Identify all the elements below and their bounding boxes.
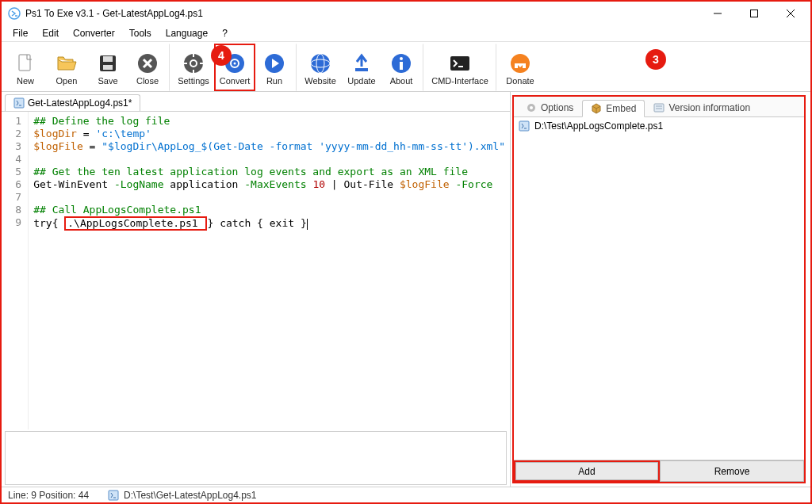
status-file-label: D:\Test\Get-LatestAppLog4.ps1 xyxy=(124,490,256,501)
donate-button[interactable]: Donate xyxy=(500,44,541,91)
svg-rect-1 xyxy=(751,10,758,17)
close-file-icon xyxy=(136,52,159,74)
tab-options[interactable]: Options xyxy=(517,99,582,116)
menu-file[interactable]: File xyxy=(6,26,34,40)
svg-rect-2 xyxy=(19,55,30,71)
menu-converter[interactable]: Converter xyxy=(67,26,121,40)
tab-embed[interactable]: Embed xyxy=(582,100,645,117)
tab-version-info[interactable]: Version information xyxy=(645,99,759,116)
open-label: Open xyxy=(56,76,78,86)
svg-rect-33 xyxy=(109,491,118,500)
menu-tools[interactable]: Tools xyxy=(123,26,158,40)
box-icon xyxy=(591,103,602,114)
toolbar: 4 New Open Save Close Settings Convert R… xyxy=(2,41,810,92)
script-file-icon xyxy=(519,120,530,132)
website-icon xyxy=(309,52,331,74)
menu-help[interactable]: ? xyxy=(216,26,234,40)
donate-label: Donate xyxy=(506,76,534,86)
svg-rect-29 xyxy=(654,104,664,112)
cmd-interface-button[interactable]: CMD-Interface xyxy=(427,44,496,91)
status-bar: Line: 9 Position: 44 D:\Test\Get-LatestA… xyxy=(2,487,810,502)
status-file: D:\Test\Get-LatestAppLog4.ps1 xyxy=(108,490,256,501)
new-button[interactable]: New xyxy=(5,44,46,91)
svg-rect-4 xyxy=(103,56,113,62)
cmd-label: CMD-Interface xyxy=(431,76,488,86)
svg-rect-5 xyxy=(103,65,113,70)
website-label: Website xyxy=(304,76,336,86)
gear-icon xyxy=(526,102,537,113)
callout-4: 4 xyxy=(211,45,232,66)
script-file-icon xyxy=(108,490,119,501)
terminal-icon xyxy=(449,52,471,74)
svg-rect-20 xyxy=(355,68,368,71)
about-button[interactable]: About xyxy=(382,44,423,91)
website-button[interactable]: Website xyxy=(300,44,341,91)
code-editor[interactable]: 123456789 ## Define the log file$logDir … xyxy=(2,111,510,430)
new-icon xyxy=(14,52,36,74)
convert-label: Convert xyxy=(220,76,251,86)
embed-item[interactable]: D:\Test\AppLogsComplete.ps1 xyxy=(519,120,799,132)
tab-version-label: Version information xyxy=(668,102,750,113)
add-button[interactable]: Add xyxy=(515,462,658,480)
maximize-button[interactable] xyxy=(736,2,772,25)
minimize-button[interactable] xyxy=(699,2,736,25)
svg-rect-23 xyxy=(400,62,403,70)
editor-tab[interactable]: Get-LatestAppLog4.ps1* xyxy=(5,94,140,111)
svg-point-22 xyxy=(400,57,403,60)
embed-list[interactable]: D:\Test\AppLogsComplete.ps1 xyxy=(514,117,804,460)
tab-options-label: Options xyxy=(541,102,573,113)
about-label: About xyxy=(390,76,413,86)
editor-tabstrip: Get-LatestAppLog4.ps1* xyxy=(2,92,510,111)
svg-point-15 xyxy=(234,63,236,65)
script-icon xyxy=(13,97,25,109)
update-button[interactable]: Update xyxy=(341,44,382,91)
settings-icon xyxy=(182,52,205,74)
donate-icon xyxy=(509,52,531,74)
menu-bar: File Edit Converter Tools Language ? xyxy=(2,25,810,41)
run-button[interactable]: Run xyxy=(255,44,297,91)
open-icon xyxy=(56,52,78,74)
settings-label: Settings xyxy=(178,76,209,86)
tab-embed-label: Embed xyxy=(606,103,636,114)
new-label: New xyxy=(17,76,34,86)
remove-button[interactable]: Remove xyxy=(660,460,804,482)
cursor-position: Line: 9 Position: 44 xyxy=(8,490,89,501)
run-label: Run xyxy=(266,76,282,86)
svg-point-17 xyxy=(311,54,330,73)
svg-rect-24 xyxy=(450,56,469,71)
code-area[interactable]: ## Define the log file$logDir = 'c:\temp… xyxy=(29,112,510,430)
embed-buttons: Add Remove xyxy=(514,460,804,482)
app-icon xyxy=(8,7,21,20)
menu-edit[interactable]: Edit xyxy=(36,26,65,40)
output-pane[interactable] xyxy=(5,431,507,485)
close-file-button[interactable]: Close xyxy=(128,44,170,91)
right-tabstrip: Options Embed Version information xyxy=(514,97,804,117)
run-icon xyxy=(263,52,285,74)
title-bar: Ps1 To Exe v3.1 - Get-LatestAppLog4.ps1 xyxy=(2,2,810,25)
left-pane: Get-LatestAppLog4.ps1* 123456789 ## Defi… xyxy=(2,92,511,487)
settings-button[interactable]: Settings xyxy=(173,44,214,91)
close-button[interactable] xyxy=(772,2,809,25)
svg-rect-32 xyxy=(519,121,529,131)
embed-item-label: D:\Test\AppLogsComplete.ps1 xyxy=(534,120,663,132)
line-gutter: 123456789 xyxy=(2,112,29,430)
svg-rect-26 xyxy=(14,98,24,108)
close-label: Close xyxy=(136,76,159,86)
open-button[interactable]: Open xyxy=(46,44,87,91)
info-panel-icon xyxy=(653,102,665,113)
save-label: Save xyxy=(98,76,117,86)
save-icon xyxy=(97,52,119,74)
svg-point-28 xyxy=(530,106,533,109)
editor-tab-label: Get-LatestAppLog4.ps1* xyxy=(28,97,132,109)
menu-language[interactable]: Language xyxy=(159,26,214,40)
main-area: Get-LatestAppLog4.ps1* 123456789 ## Defi… xyxy=(2,92,810,487)
update-label: Update xyxy=(347,76,375,86)
callout-3: 3 xyxy=(645,49,666,70)
about-icon xyxy=(390,52,412,74)
save-button[interactable]: Save xyxy=(87,44,128,91)
window-title: Ps1 To Exe v3.1 - Get-LatestAppLog4.ps1 xyxy=(25,8,699,19)
update-icon xyxy=(350,52,373,74)
right-panel: Options Embed Version information D:\Tes… xyxy=(512,95,806,483)
